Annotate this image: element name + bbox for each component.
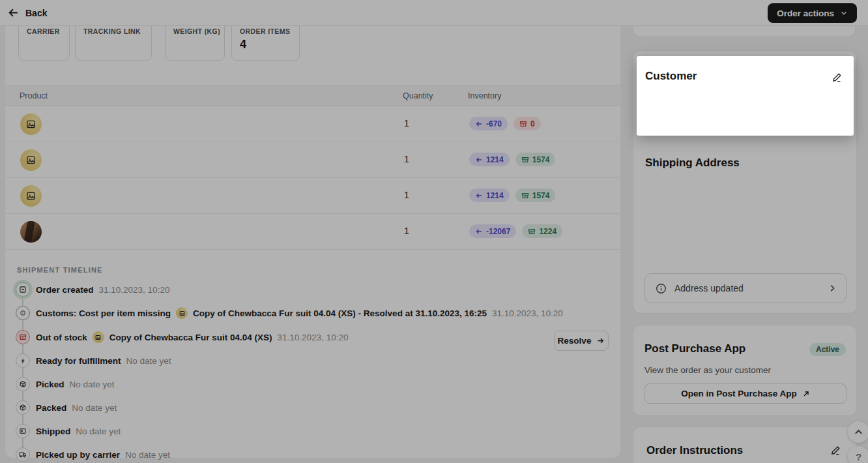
customer-title: Customer <box>645 70 697 83</box>
edit-pencil-icon[interactable] <box>832 72 842 83</box>
customer-card-spotlight: Customer <box>637 56 854 136</box>
